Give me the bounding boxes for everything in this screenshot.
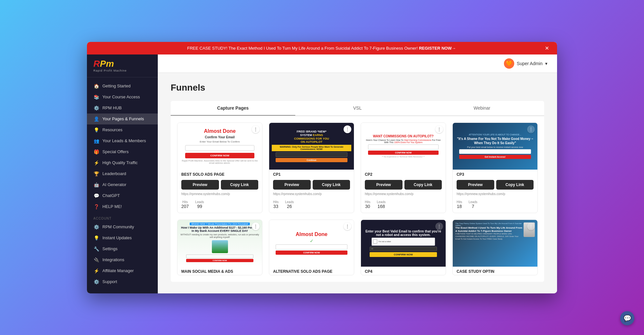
sidebar-label: Instant Updates <box>102 235 132 240</box>
sidebar-label: High Quality Traffic <box>102 160 138 165</box>
cp3-body: Put your best email below to receive ins… <box>467 146 523 148</box>
user-avatar: 🧡 <box>504 58 514 69</box>
sidebar-label: Your Course Access <box>102 94 140 99</box>
card-more-button-cp2[interactable]: ⋮ <box>435 125 443 133</box>
sidebar-item-pages-funnels[interactable]: 👤 Your Pages & Funnels <box>87 113 158 124</box>
card-more-button-main-social[interactable]: ⋮ <box>252 222 260 230</box>
sidebar-item-resources[interactable]: 💡 Resources <box>87 124 158 135</box>
sidebar-item-leads-members[interactable]: 👥 Your Leads & Members <box>87 135 158 146</box>
leads-stat: Leads 7 <box>469 200 477 209</box>
checkbox-icon <box>373 239 377 244</box>
sidebar-label: HELP ME! <box>102 204 122 209</box>
card-image-cp3: ATTENTION! YOUR LIFE IS ABOUT TO CHANGE.… <box>453 123 537 170</box>
sidebar-item-instant-updates[interactable]: 💡 Instant Updates <box>87 232 158 243</box>
copy-link-button-cp2[interactable]: Copy Link <box>404 180 442 190</box>
main-social-subtext: WITHOUT needing to create my own product… <box>180 233 260 239</box>
sidebar-item-leaderboard[interactable]: 🏆 Leaderboard <box>87 168 158 179</box>
trophy-icon: 🏆 <box>93 171 99 176</box>
sidebar-item-rpm-hub[interactable]: ⚙️ RPM HUB <box>87 103 158 113</box>
preview-button-best-solo[interactable]: Preview <box>181 180 219 190</box>
integrations-icon: 🔌 <box>93 257 99 262</box>
preview-button-cp2[interactable]: Preview <box>365 180 402 190</box>
sidebar-label: Your Leads & Members <box>102 138 146 143</box>
affiliate-icon: ⚡ <box>93 268 99 273</box>
card-stats-cp2: Hits 30 Leads 168 <box>361 198 446 213</box>
support-icon: ⚙️ <box>93 279 99 284</box>
cards-grid: Almost Done Confirm Your Email Enter You… <box>171 116 544 282</box>
card-more-button-cp4[interactable]: ⋮ <box>435 222 443 230</box>
recaptcha-text: I'm not a robot <box>379 241 391 242</box>
group-icon: 👥 <box>93 138 99 143</box>
sidebar-item-chatgpt[interactable]: 💬 ChatGPT <box>87 190 158 201</box>
main-social-input <box>186 254 254 258</box>
preview-button-cp3[interactable]: Preview <box>457 180 494 190</box>
card-more-button-case-study[interactable]: ⋮ <box>527 222 535 230</box>
preview-button-cp1[interactable]: Preview <box>273 180 311 190</box>
alt-solo-btn: CONFIRM NOW <box>276 251 347 255</box>
chat-button[interactable]: 💬 <box>620 311 634 325</box>
card-name-cp2: CP2 <box>361 170 446 178</box>
new-badge: BRAND NEW 7 Minute Presentation For 2024… <box>190 222 250 225</box>
recaptcha-mock: I'm not a robot <box>372 238 435 246</box>
copy-link-button-cp3[interactable]: Copy Link <box>496 180 534 190</box>
case-study-top: The Trap Penny Online System Used To Tur… <box>455 222 535 226</box>
sidebar-item-help[interactable]: ❓ HELP ME! <box>87 201 158 212</box>
sidebar-item-support[interactable]: ⚙️ Support <box>87 276 158 287</box>
funnel-card-cp2: WANT COMMISSIONS ON AUTOPILOT? Here's Yo… <box>361 123 446 213</box>
sidebar-item-settings[interactable]: 🔧 Settings <box>87 243 158 254</box>
cp3-quote: "It's A Shame For You Not To Make Good M… <box>455 137 535 145</box>
home-icon: 🏠 <box>93 84 99 89</box>
card-more-button[interactable]: ⋮ <box>252 125 260 133</box>
alt-solo-headline: Almost Done <box>296 232 327 237</box>
card-more-button-alt-solo[interactable]: ⋮ <box>344 222 351 230</box>
main-social-btn: CONFIRM NOW <box>186 259 254 262</box>
lightning-icon: ⚡ <box>93 160 99 165</box>
sidebar-label: Leaderboard <box>102 171 126 176</box>
sidebar-item-ai-generator[interactable]: 🤖 AI Generator <box>87 179 158 190</box>
content-header: 🧡 Super Admin ▾ <box>158 54 557 73</box>
leads-stat: Leads 99 <box>195 200 204 209</box>
sidebar-item-rpm-community[interactable]: ⚙️ RPM Community <box>87 222 158 232</box>
sidebar-label: Resources <box>102 127 122 132</box>
card-image-cp2: WANT COMMISSIONS ON AUTOPILOT? Here's Yo… <box>361 123 446 170</box>
card-more-button-cp1[interactable]: ⋮ <box>344 125 351 133</box>
sidebar-item-special-offers[interactable]: 🎁 Special Offers <box>87 146 158 157</box>
cp3-input <box>459 149 531 154</box>
tab-webinar[interactable]: Webinar <box>420 101 544 116</box>
card-name-cp1: CP1 <box>269 170 354 178</box>
tab-vsl[interactable]: VSL <box>295 101 420 116</box>
sidebar-item-integrations[interactable]: 🔌 Integrations <box>87 254 158 265</box>
cp4-btn: CONFIRM NOW <box>370 252 437 257</box>
card-image-main-social: BRAND NEW 7 Minute Presentation For 2024… <box>177 220 262 267</box>
sidebar-item-course-access[interactable]: 📚 Your Course Access <box>87 92 158 103</box>
card-link-cp1: https://rpmnew.systemhubs.com/p <box>269 192 354 198</box>
robot-icon: 🤖 <box>93 182 99 187</box>
sidebar-item-getting-started[interactable]: 🏠 Getting Started <box>87 81 158 92</box>
leads-stat: Leads 168 <box>377 200 385 209</box>
cp2-btn: CONFIRM NOW <box>368 151 439 155</box>
sidebar-label: Affiliate Manager <box>102 268 134 273</box>
tab-capture-pages[interactable]: Capture Pages <box>171 101 295 116</box>
card-link-cp3: https://rpmnew.systemhubs.com/p <box>453 192 537 198</box>
card-more-button-cp3[interactable]: ⋮ <box>527 125 535 133</box>
copy-link-button-cp1[interactable]: Copy Link <box>313 180 350 190</box>
card-actions-cp2: Preview Copy Link <box>361 178 446 192</box>
cp1-btn: Continue <box>276 158 347 162</box>
sidebar-label: AI Generator <box>102 182 126 187</box>
sidebar-nav: 🏠 Getting Started 📚 Your Course Access ⚙… <box>87 77 158 291</box>
sidebar-label: Integrations <box>102 257 124 262</box>
cp4-headline: Enter your Best Valid Email to confirm t… <box>364 230 443 237</box>
settings-icon: 🔧 <box>93 246 99 251</box>
card-image-case-study: The Trap Penny Online System Used To Tur… <box>453 220 537 267</box>
top-banner: FREE CASE STUDY! The Exact Method I Used… <box>87 42 557 54</box>
card-actions-best-solo: Preview Copy Link <box>177 178 262 192</box>
content-scroll: Funnels Capture Pages VSL Webinar Almost… <box>158 73 557 293</box>
funnel-card-best-solo: Almost Done Confirm Your Email Enter You… <box>177 123 262 213</box>
user-menu[interactable]: 🧡 Super Admin ▾ <box>504 58 547 69</box>
sidebar-item-affiliate-manager[interactable]: ⚡ Affiliate Manager <box>87 265 158 276</box>
banner-close-button[interactable]: ✕ <box>543 45 551 51</box>
cp1-input <box>276 152 347 157</box>
hits-stat: Hits 18 <box>457 200 462 209</box>
copy-link-button-best-solo[interactable]: Copy Link <box>221 180 259 190</box>
sidebar-item-high-quality-traffic[interactable]: ⚡ High Quality Traffic <box>87 157 158 168</box>
